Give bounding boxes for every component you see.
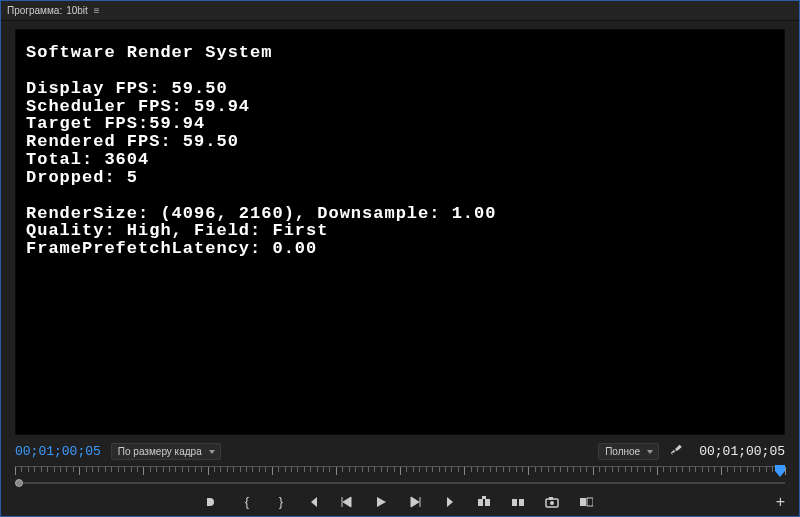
- debug-prefetch: FramePrefetchLatency: 0.00: [26, 239, 317, 258]
- playhead-icon[interactable]: [775, 465, 785, 479]
- debug-quality: Quality: High, Field: First: [26, 221, 328, 240]
- svg-rect-2: [482, 496, 486, 499]
- zoom-dropdown-label: По размеру кадра: [118, 446, 202, 457]
- scrub-track[interactable]: [15, 482, 785, 484]
- go-to-in-button[interactable]: [307, 496, 323, 508]
- program-monitor-viewport: Software Render System Display FPS: 59.5…: [15, 29, 785, 435]
- transport-controls: { } +: [1, 492, 799, 509]
- debug-total: Total: 3604: [26, 150, 149, 169]
- debug-render-size: RenderSize: (4096, 2160), Downsample: 1.…: [26, 204, 496, 223]
- current-timecode[interactable]: 00;01;00;05: [15, 444, 101, 459]
- sequence-name: 10bit: [66, 5, 88, 16]
- panel-title-prefix: Программа:: [7, 5, 62, 16]
- quality-dropdown-label: Полное: [605, 446, 640, 457]
- step-back-button[interactable]: [341, 496, 357, 508]
- debug-rendered-fps: Rendered FPS: 59.50: [26, 132, 239, 151]
- timeline-ruler-area[interactable]: [15, 466, 785, 488]
- svg-rect-9: [587, 498, 593, 506]
- export-frame-button[interactable]: [545, 496, 561, 508]
- lift-button[interactable]: [477, 496, 493, 508]
- quality-dropdown[interactable]: Полное: [598, 443, 659, 460]
- panel-titlebar: Программа: 10bit ≡: [1, 1, 799, 21]
- debug-display-fps: Display FPS: 59.50: [26, 79, 228, 98]
- panel-menu-icon[interactable]: ≡: [94, 5, 100, 16]
- debug-overlay: Software Render System Display FPS: 59.5…: [26, 44, 774, 258]
- comparison-view-button[interactable]: [579, 496, 595, 508]
- extract-button[interactable]: [511, 496, 527, 508]
- svg-rect-7: [549, 497, 553, 500]
- scrub-handle[interactable]: [15, 479, 23, 487]
- step-forward-button[interactable]: [409, 496, 425, 508]
- svg-rect-4: [519, 499, 524, 506]
- svg-rect-0: [478, 499, 483, 506]
- svg-rect-8: [580, 498, 586, 506]
- mark-out-brace-button[interactable]: }: [273, 494, 289, 509]
- svg-rect-3: [512, 499, 517, 506]
- debug-title: Software Render System: [26, 43, 272, 62]
- mark-in-brace-button[interactable]: {: [239, 494, 255, 509]
- svg-rect-1: [485, 499, 490, 506]
- settings-icon[interactable]: [669, 443, 683, 460]
- mark-in-button[interactable]: [205, 496, 221, 508]
- svg-point-6: [550, 501, 554, 505]
- total-timecode: 00;01;00;05: [699, 444, 785, 459]
- zoom-dropdown[interactable]: По размеру кадра: [111, 443, 221, 460]
- button-editor-icon[interactable]: +: [776, 493, 785, 511]
- play-button[interactable]: [375, 496, 391, 508]
- go-to-out-button[interactable]: [443, 496, 459, 508]
- controls-row: 00;01;00;05 По размеру кадра Полное 00;0…: [1, 439, 799, 460]
- timeline-ruler[interactable]: [15, 466, 785, 480]
- debug-target-fps: Target FPS:59.94: [26, 114, 205, 133]
- debug-scheduler-fps: Scheduler FPS: 59.94: [26, 97, 250, 116]
- debug-dropped: Dropped: 5: [26, 168, 138, 187]
